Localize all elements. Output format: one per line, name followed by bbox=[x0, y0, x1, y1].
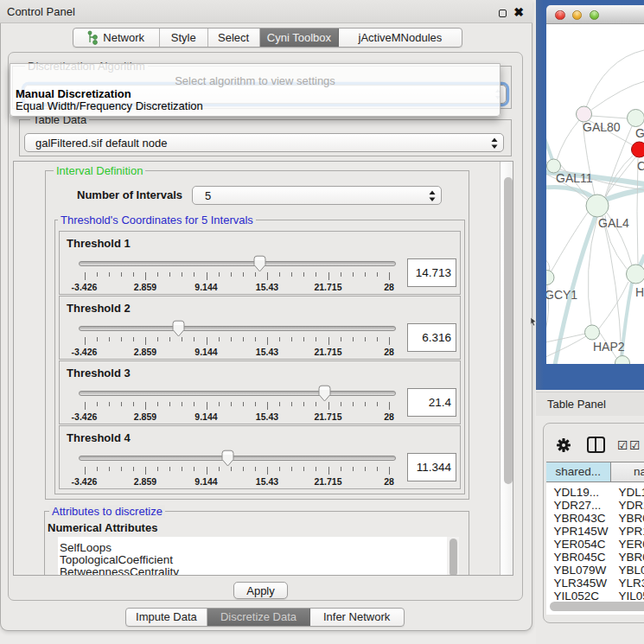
table-cell[interactable]: YDL19... bbox=[619, 486, 644, 499]
slider-tick bbox=[328, 467, 329, 475]
table-cell[interactable]: YBR045C bbox=[554, 551, 606, 564]
network-node-node-top-right[interactable] bbox=[628, 110, 644, 127]
close-icon[interactable]: ✖ bbox=[512, 3, 526, 22]
table-cell[interactable]: YBR043C bbox=[554, 512, 606, 525]
slider-tick bbox=[207, 272, 207, 280]
slider-track[interactable] bbox=[79, 391, 396, 396]
desktop: Control Panel ✖ NetworkStyleSelectCyni T… bbox=[0, 0, 644, 644]
numerical-attributes-list[interactable]: SelfLoopsTopologicalCoefficientBetweenne… bbox=[58, 537, 447, 576]
threshold-value-field[interactable]: 14.713 bbox=[407, 258, 456, 287]
table-hscrollbar-thumb[interactable] bbox=[550, 602, 644, 611]
slider-track[interactable] bbox=[79, 261, 396, 266]
network-edge[interactable] bbox=[591, 116, 628, 118]
table-cell[interactable]: YIL052C bbox=[554, 590, 600, 603]
bottom-tab-discretize-data[interactable]: Discretize Data bbox=[207, 609, 309, 626]
bottom-tab-infer-network[interactable]: Infer Network bbox=[310, 609, 404, 626]
table-data-combobox[interactable]: galFiltered.sif default node bbox=[24, 133, 504, 152]
network-node-node-h[interactable] bbox=[627, 265, 644, 284]
network-edge[interactable] bbox=[546, 336, 586, 357]
table-header-1[interactable]: shared... bbox=[546, 462, 611, 482]
table-cell[interactable]: YPR145W bbox=[619, 525, 644, 538]
slider-tick bbox=[389, 402, 390, 410]
attributes-list-scrollbar[interactable] bbox=[447, 537, 459, 576]
slider-tick-label: 9.144 bbox=[194, 476, 217, 487]
bottom-tab-impute-data[interactable]: Impute Data bbox=[126, 609, 208, 626]
popup-item-2[interactable]: Manual Discretization bbox=[16, 87, 131, 100]
slider-thumb[interactable] bbox=[252, 255, 267, 273]
table-cell[interactable]: YDR27... bbox=[619, 499, 644, 512]
float-window-icon[interactable] bbox=[499, 10, 507, 17]
tab-label: Discretize Data bbox=[220, 610, 296, 623]
control-panel-titlebar[interactable] bbox=[0, 0, 532, 23]
threshold-value-field[interactable]: 21.4 bbox=[407, 388, 456, 417]
slider-track[interactable] bbox=[79, 326, 396, 331]
table-cell[interactable]: YIL052C bbox=[619, 590, 644, 603]
network-edge[interactable] bbox=[557, 120, 579, 160]
slider-tick bbox=[316, 402, 316, 406]
network-node-GCY1[interactable] bbox=[546, 271, 554, 285]
gear-icon[interactable] bbox=[557, 438, 571, 452]
attribute-list-item[interactable]: BetweennessCentrality bbox=[60, 565, 179, 576]
minimize-traffic-light[interactable] bbox=[572, 10, 583, 21]
table-header-2[interactable]: name bbox=[611, 462, 644, 482]
table-cell[interactable]: YLR345W bbox=[619, 577, 644, 590]
zoom-traffic-light[interactable] bbox=[590, 10, 600, 21]
tab-network[interactable]: Network bbox=[73, 29, 160, 47]
network-node-node-red[interactable] bbox=[632, 142, 644, 157]
slider-thumb[interactable] bbox=[317, 385, 332, 403]
tab-style[interactable]: Style bbox=[160, 29, 208, 47]
tab-label: Impute Data bbox=[136, 610, 197, 623]
threshold-panel-4: Threshold 4-3.4262.8599.14415.4321.71528… bbox=[59, 425, 461, 489]
network-edge-thick[interactable] bbox=[605, 189, 644, 200]
threshold-value-field[interactable]: 6.316 bbox=[407, 323, 456, 352]
network-view-titlebar[interactable] bbox=[546, 5, 644, 24]
attributes-list-scrollbar-thumb[interactable] bbox=[450, 539, 457, 576]
table-cell[interactable]: YPR145W bbox=[554, 525, 609, 538]
table-cell[interactable]: YDR27... bbox=[554, 499, 602, 512]
slider-tick bbox=[133, 337, 134, 341]
table-cell[interactable]: YBL079W bbox=[619, 564, 644, 577]
network-edge[interactable] bbox=[586, 50, 644, 107]
table-cell[interactable]: YER054C bbox=[554, 538, 606, 551]
number-of-intervals-combobox[interactable]: 5 bbox=[192, 186, 442, 205]
checkbox-icon[interactable]: ☑ bbox=[629, 439, 641, 451]
network-node-HAP2[interactable] bbox=[585, 325, 600, 340]
table-cell[interactable]: YBR043C bbox=[619, 512, 644, 525]
table-cell[interactable]: YBL079W bbox=[554, 564, 607, 577]
slider-tick-label: 9.144 bbox=[194, 347, 217, 357]
slider-thumb[interactable] bbox=[171, 320, 186, 338]
network-edge[interactable] bbox=[603, 216, 622, 356]
slider-tick bbox=[365, 467, 366, 471]
apply-button[interactable]: Apply bbox=[233, 582, 288, 599]
settings-scrollbar[interactable] bbox=[500, 162, 513, 575]
columns-icon[interactable] bbox=[587, 437, 605, 453]
threshold-value-field[interactable]: 11.344 bbox=[407, 453, 456, 481]
table-cell[interactable]: YBR045C bbox=[619, 551, 644, 564]
attribute-list-item[interactable]: TopologicalCoefficient bbox=[60, 553, 173, 566]
slider-tick bbox=[303, 467, 304, 471]
network-edge-thick[interactable] bbox=[640, 255, 644, 266]
table-cell[interactable]: YDL19... bbox=[554, 486, 600, 499]
table-cell[interactable]: YER054C bbox=[619, 538, 644, 551]
table-cell[interactable]: YLR345W bbox=[554, 577, 608, 590]
slider-thumb[interactable] bbox=[220, 450, 235, 468]
network-edge[interactable] bbox=[551, 211, 589, 272]
tab-cyni-toolbox[interactable]: Cyni Toolbox bbox=[260, 29, 340, 47]
network-canvas[interactable]: GAL80GALCGAL11GAL4GCY1HISHAP2 bbox=[546, 24, 644, 364]
slider-track[interactable] bbox=[79, 456, 396, 461]
settings-scrollbar-thumb[interactable] bbox=[504, 177, 513, 484]
network-edge[interactable] bbox=[546, 334, 585, 342]
network-node-node-bottom[interactable] bbox=[615, 356, 630, 365]
slider-tick bbox=[133, 467, 134, 471]
close-traffic-light[interactable] bbox=[555, 10, 565, 21]
network-node-GAL4[interactable] bbox=[586, 194, 609, 217]
tab-select[interactable]: Select bbox=[208, 29, 260, 47]
network-edge[interactable] bbox=[637, 158, 638, 265]
popup-item-1[interactable]: Select algorithm to view settings bbox=[10, 74, 500, 87]
tab-jactivemnodules[interactable]: jActiveMNodules bbox=[339, 29, 461, 47]
popup-item-3[interactable]: Equal Width/Frequency Discretization bbox=[16, 99, 203, 112]
checkbox-icon[interactable]: ☑ bbox=[617, 439, 628, 451]
network-edge[interactable] bbox=[591, 81, 644, 110]
attribute-list-item[interactable]: SelfLoops bbox=[60, 541, 112, 554]
slider-tick bbox=[169, 467, 170, 471]
